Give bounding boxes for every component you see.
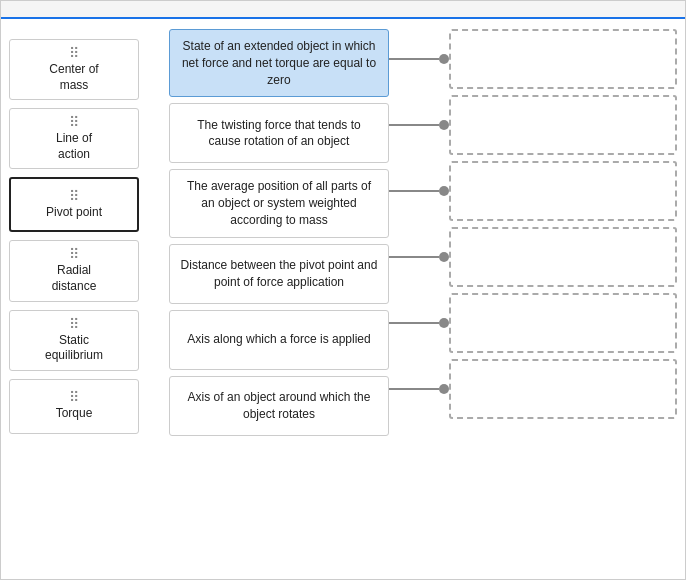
- arrow-column: [139, 29, 169, 436]
- dropzones-column: [449, 29, 677, 436]
- drop-zone-2[interactable]: [449, 95, 677, 155]
- drop-zone-3[interactable]: [449, 161, 677, 221]
- connector-endpoint: [439, 54, 449, 64]
- drop-zone-5[interactable]: [449, 293, 677, 353]
- connector-row-3: [389, 161, 449, 221]
- description-text: Distance between the pivot point and poi…: [180, 257, 378, 291]
- drag-handle-icon: ⠿: [69, 189, 79, 203]
- term-label: Line of action: [56, 131, 92, 162]
- connector-segment: [389, 322, 439, 324]
- description-card-6: Axis of an object around which the objec…: [169, 376, 389, 436]
- connector-line: [389, 318, 449, 328]
- drop-zone-1[interactable]: [449, 29, 677, 89]
- connector-row-6: [389, 359, 449, 419]
- term-card-torque[interactable]: ⠿Torque: [9, 379, 139, 434]
- connector-segment: [389, 58, 439, 60]
- page: ⠿Center of mass⠿Line of action⠿Pivot poi…: [0, 0, 686, 580]
- description-text: Axis of an object around which the objec…: [180, 389, 378, 423]
- term-label: Static equilibrium: [45, 333, 103, 364]
- drag-handle-icon: ⠿: [69, 46, 79, 60]
- connector-row-4: [389, 227, 449, 287]
- terms-column: ⠿Center of mass⠿Line of action⠿Pivot poi…: [9, 39, 139, 436]
- connector-endpoint: [439, 186, 449, 196]
- question-header: [1, 1, 685, 19]
- content-area: ⠿Center of mass⠿Line of action⠿Pivot poi…: [1, 19, 685, 446]
- drag-handle-icon: ⠿: [69, 390, 79, 404]
- drag-handle-icon: ⠿: [69, 317, 79, 331]
- term-card-radial-distance[interactable]: ⠿Radial distance: [9, 240, 139, 301]
- description-text: The average position of all parts of an …: [180, 178, 378, 228]
- connector-line: [389, 186, 449, 196]
- connectors-column: [389, 29, 449, 436]
- descriptions-column: State of an extended object in which net…: [169, 29, 389, 436]
- term-label: Center of mass: [49, 62, 98, 93]
- connector-endpoint: [439, 384, 449, 394]
- drop-zone-4[interactable]: [449, 227, 677, 287]
- description-card-3: The average position of all parts of an …: [169, 169, 389, 237]
- connector-line: [389, 54, 449, 64]
- term-label: Torque: [56, 406, 93, 422]
- connector-line: [389, 120, 449, 130]
- connector-segment: [389, 388, 439, 390]
- drag-handle-icon: ⠿: [69, 247, 79, 261]
- connector-segment: [389, 124, 439, 126]
- term-card-pivot-point[interactable]: ⠿Pivot point: [9, 177, 139, 232]
- connector-row-1: [389, 29, 449, 89]
- connector-endpoint: [439, 318, 449, 328]
- drop-zone-6[interactable]: [449, 359, 677, 419]
- connector-segment: [389, 256, 439, 258]
- term-card-center-of-mass[interactable]: ⠿Center of mass: [9, 39, 139, 100]
- connector-row-5: [389, 293, 449, 353]
- connector-line: [389, 384, 449, 394]
- description-card-5: Axis along which a force is applied: [169, 310, 389, 370]
- description-card-1: State of an extended object in which net…: [169, 29, 389, 97]
- term-card-line-of-action[interactable]: ⠿Line of action: [9, 108, 139, 169]
- term-label: Pivot point: [46, 205, 102, 221]
- drag-handle-icon: ⠿: [69, 115, 79, 129]
- connector-endpoint: [439, 252, 449, 262]
- description-card-4: Distance between the pivot point and poi…: [169, 244, 389, 304]
- description-card-2: The twisting force that tends to cause r…: [169, 103, 389, 163]
- connector-endpoint: [439, 120, 449, 130]
- connector-row-2: [389, 95, 449, 155]
- description-text: Axis along which a force is applied: [187, 331, 370, 348]
- description-text: The twisting force that tends to cause r…: [180, 117, 378, 151]
- term-card-static-equilibrium[interactable]: ⠿Static equilibrium: [9, 310, 139, 371]
- term-label: Radial distance: [52, 263, 97, 294]
- connector-segment: [389, 190, 439, 192]
- description-text: State of an extended object in which net…: [180, 38, 378, 88]
- connector-line: [389, 252, 449, 262]
